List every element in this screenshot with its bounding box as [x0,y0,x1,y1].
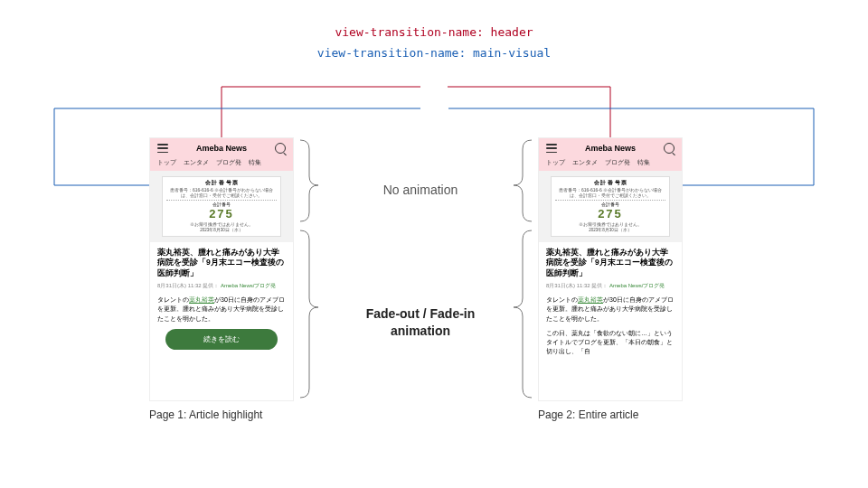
tab-item[interactable]: 特集 [637,158,650,167]
tab-item[interactable]: 特集 [249,158,261,167]
main-visual: 会 計 番 号 票 患者番号：616-616-6 ※会計番号がわからない場合は、… [539,171,682,242]
category-tabs[interactable]: トップ エンタメ ブログ発 特集 [546,158,675,167]
article-excerpt: タレントの薬丸裕英が30日に自身のアメブロを更新。腫れと痛みがあり大学病院を受診… [157,296,286,323]
tab-item[interactable]: トップ [546,158,565,167]
article-excerpt: タレントの薬丸裕英が30日に自身のアメブロを更新。腫れと痛みがあり大学病院を受診… [546,296,675,323]
view-transition-name-header-label: view-transition-name: header [0,22,868,42]
phone-header: Ameba News トップ エンタメ ブログ発 特集 [150,138,293,171]
article-meta: 8月31日(木) 11:32 提供： Ameba News/ブログ発 [546,282,675,290]
hamburger-icon[interactable] [157,144,168,153]
tab-item[interactable]: エンタメ [184,158,209,167]
view-transition-name-visual-label: view-transition-name: main-visual [0,42,868,63]
search-icon[interactable] [664,143,675,154]
read-more-button[interactable]: 続きを読む [165,329,278,350]
article-title: 薬丸裕英、腫れと痛みがあり大学病院を受診「9月末エコー検査後の医師判断」 [157,248,286,278]
brand-label: Ameba News [196,144,247,153]
article-meta: 8月31日(木) 11:32 提供： Ameba News/ブログ発 [157,282,286,290]
fade-animation-label: Fade-out / Fade-inanimation [322,305,519,340]
page2-caption: Page 2: Entire article [538,408,638,421]
search-icon[interactable] [275,143,286,154]
category-tabs[interactable]: トップ エンタメ ブログ発 特集 [157,158,286,167]
tab-item[interactable]: ブログ発 [605,158,630,167]
tab-item[interactable]: ブログ発 [216,158,241,167]
page1-caption: Page 1: Article highlight [149,408,262,421]
page2-screenshot: Ameba News トップ エンタメ ブログ発 特集 会 計 番 号 票 患者… [538,137,683,401]
article-more: この日、薬丸は「食欲のない朝に…」というタイトルでブログを更新、「本日の朝食」と… [546,329,675,356]
tab-item[interactable]: エンタメ [572,158,598,167]
tab-item[interactable]: トップ [157,158,176,167]
article-title: 薬丸裕英、腫れと痛みがあり大学病院を受診「9月末エコー検査後の医師判断」 [546,248,675,278]
ticket-graphic: 会 計 番 号 票 患者番号：616-616-6 ※会計番号がわからない場合は、… [162,176,280,237]
page1-screenshot: Ameba News トップ エンタメ ブログ発 特集 会 計 番 号 票 患者… [149,137,294,401]
brand-label: Ameba News [585,144,636,153]
phone-header: Ameba News トップ エンタメ ブログ発 特集 [539,138,682,171]
main-visual: 会 計 番 号 票 患者番号：616-616-6 ※会計番号がわからない場合は、… [150,171,293,242]
ticket-graphic: 会 計 番 号 票 患者番号：616-616-6 ※会計番号がわからない場合は、… [551,176,669,237]
no-animation-label: No animation [322,183,519,197]
hamburger-icon[interactable] [546,144,557,153]
